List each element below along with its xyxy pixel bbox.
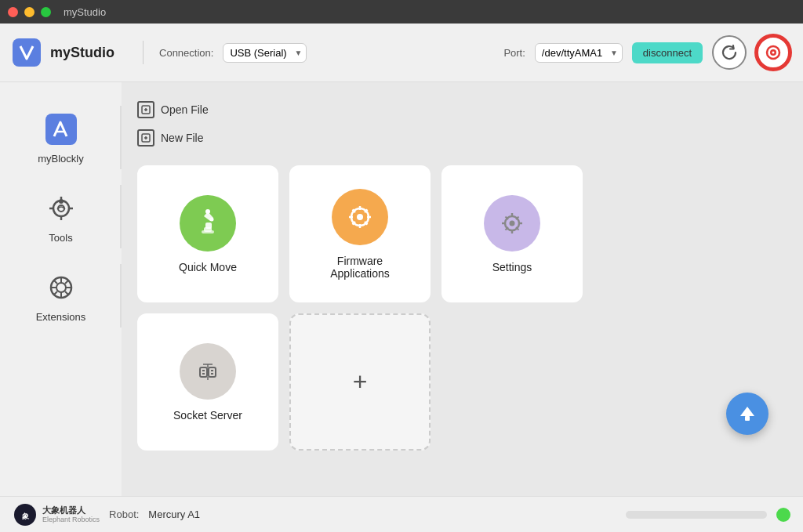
svg-point-33 — [357, 214, 363, 220]
svg-rect-55 — [209, 367, 216, 377]
svg-rect-3 — [45, 114, 77, 145]
svg-rect-62 — [745, 416, 750, 421]
svg-line-20 — [53, 291, 57, 295]
socket-server-icon — [180, 343, 236, 400]
open-file-label: Open File — [161, 103, 209, 116]
svg-marker-61 — [740, 407, 754, 416]
connection-label: Connection: — [159, 47, 213, 59]
maximize-button[interactable] — [41, 7, 51, 17]
svg-point-5 — [58, 205, 64, 212]
footer-brand-text: 大象机器人 Elephant Robotics — [42, 505, 100, 524]
card-socket-server[interactable]: Socket Server — [137, 313, 278, 451]
myblockly-icon — [42, 110, 80, 148]
content-wrapper: Quick Move — [137, 165, 787, 480]
disconnect-button[interactable]: disconnect — [632, 42, 703, 63]
card-firmware-applications[interactable]: Firmware Applications — [289, 165, 431, 302]
sidebar-item-myblockly[interactable]: myBlockly — [0, 98, 122, 177]
content-area: Open File New File — [122, 82, 803, 496]
svg-point-2 — [772, 52, 775, 54]
close-button[interactable] — [8, 7, 18, 17]
main-area: myBlockly Tools — [0, 82, 803, 496]
footer-logo: 象 大象机器人 Elephant Robotics — [13, 502, 100, 527]
open-file-button[interactable]: Open File — [137, 98, 787, 121]
sidebar: myBlockly Tools — [0, 82, 122, 496]
socket-server-label: Socket Server — [173, 409, 242, 422]
port-label: Port: — [503, 47, 525, 59]
card-quick-move[interactable]: Quick Move — [137, 165, 278, 302]
window-title: myStudio — [64, 6, 106, 18]
app-name: myStudio — [50, 45, 114, 61]
footer-brand-sub: Elephant Robotics — [42, 516, 100, 524]
add-new-icon: + — [353, 367, 368, 396]
svg-rect-31 — [202, 230, 214, 233]
connection-select-wrapper[interactable]: USB (Serial) ▼ — [223, 43, 307, 63]
svg-point-12 — [56, 283, 66, 292]
svg-rect-54 — [202, 373, 205, 375]
firmware-applications-icon — [332, 189, 388, 245]
open-file-icon — [137, 101, 154, 118]
port-select[interactable]: /dev/ttyAMA1 — [535, 43, 623, 63]
svg-rect-53 — [202, 370, 205, 371]
svg-line-19 — [65, 280, 69, 284]
app-logo — [13, 38, 41, 67]
new-file-label: New File — [161, 132, 203, 144]
header-divider — [143, 41, 144, 64]
connection-select[interactable]: USB (Serial) — [223, 43, 307, 63]
footer-robot-label: Robot: — [109, 508, 139, 520]
settings-icon — [484, 195, 540, 252]
svg-point-30 — [210, 217, 214, 221]
settings-label: Settings — [492, 261, 532, 273]
refresh-button[interactable] — [712, 35, 747, 70]
sidebar-item-tools[interactable]: Tools — [0, 177, 122, 256]
file-actions: Open File New File — [137, 98, 787, 150]
svg-rect-57 — [211, 373, 213, 375]
footer-robot-name: Mercury A1 — [148, 508, 200, 520]
svg-line-17 — [53, 280, 57, 284]
sidebar-item-extensions-label: Extensions — [36, 311, 86, 323]
svg-point-43 — [510, 220, 515, 226]
svg-rect-56 — [211, 370, 213, 371]
svg-rect-52 — [200, 367, 207, 377]
extensions-icon — [42, 269, 80, 306]
upload-fab[interactable] — [726, 393, 768, 435]
svg-point-10 — [59, 199, 64, 204]
sidebar-item-myblockly-label: myBlockly — [38, 153, 84, 165]
sidebar-item-extensions[interactable]: Extensions — [0, 256, 122, 335]
sidebar-item-tools-label: Tools — [49, 232, 72, 244]
titlebar: myStudio — [0, 0, 803, 24]
svg-text:象: 象 — [22, 512, 30, 520]
footer-brand-name: 大象机器人 — [42, 505, 100, 516]
card-settings[interactable]: Settings — [441, 165, 583, 302]
footer: 象 大象机器人 Elephant Robotics Robot: Mercury… — [0, 496, 803, 532]
firmware-applications-label: Firmware Applications — [330, 255, 390, 280]
svg-point-29 — [205, 209, 210, 214]
card-add-new[interactable]: + — [289, 313, 431, 451]
cards-grid: Quick Move — [137, 165, 787, 451]
footer-status-dot — [776, 508, 790, 522]
new-file-icon — [137, 129, 154, 147]
tools-icon — [42, 190, 80, 227]
quick-move-icon — [180, 195, 236, 252]
new-file-button[interactable]: New File — [137, 126, 787, 150]
elephant-robotics-logo: 象 — [13, 502, 38, 527]
header: myStudio Connection: USB (Serial) ▼ Port… — [0, 24, 803, 82]
minimize-button[interactable] — [24, 7, 35, 17]
svg-line-18 — [65, 291, 69, 295]
footer-progress-bar — [626, 511, 767, 519]
quick-move-label: Quick Move — [179, 261, 237, 273]
power-button[interactable] — [756, 35, 790, 70]
svg-rect-28 — [205, 223, 212, 229]
port-select-wrapper[interactable]: /dev/ttyAMA1 ▼ — [535, 43, 623, 63]
